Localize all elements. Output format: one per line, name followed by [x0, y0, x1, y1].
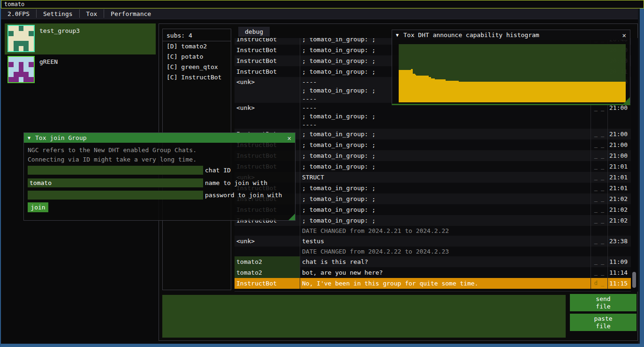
chat-message-row[interactable]: tomato2chat is this real?_ _11:09: [235, 256, 631, 267]
chat-message-row[interactable]: tomato2bot, are you new here?_ _11:14: [235, 267, 631, 278]
identicon-avatar: [8, 25, 35, 52]
message-flags: _ _: [591, 139, 608, 150]
histogram-bar: [446, 81, 459, 102]
fps-counter: 2.0FPS: [1, 8, 36, 19]
join-name-label: name to join with: [205, 178, 267, 187]
group-name: test_group3: [39, 27, 80, 34]
message-author: InstructBot: [235, 55, 300, 66]
avatar-pixel: [14, 57, 19, 62]
message-text: ---- ; tomato_in_group: ; ----: [300, 103, 591, 129]
menu-item-settings[interactable]: Settings: [37, 8, 79, 19]
message-author: InstructBot: [235, 66, 300, 77]
message-flags: _ _: [591, 267, 608, 278]
join-name-field[interactable]: [28, 178, 203, 187]
avatar-pixel: [19, 67, 24, 72]
member-list-item[interactable]: [C] potato: [163, 52, 231, 62]
chat-message-row[interactable]: <unk>---- ; tomato_in_group: ; ----_ _21…: [235, 103, 631, 129]
avatar-pixel: [8, 46, 14, 51]
dht-histogram-title: Tox DHT announce capability histogram: [403, 31, 539, 39]
message-flags: _ _: [591, 103, 608, 129]
message-author: <unk>: [235, 103, 300, 129]
avatar-pixel: [29, 57, 34, 62]
date-separator-text: DATE CHANGED from 2024.2.21 to 2024.2.22: [300, 226, 591, 236]
avatar-pixel: [14, 62, 19, 67]
avatar-pixel: [19, 26, 24, 31]
avatar-pixel: [14, 36, 19, 41]
paste-file-button[interactable]: paste file: [570, 314, 636, 331]
message-time: 21:02: [608, 204, 631, 215]
avatar-pixel: [29, 72, 34, 77]
avatar-pixel: [29, 31, 34, 36]
message-time: 21:00: [608, 150, 631, 161]
subs-count-label: subs: 4: [163, 29, 231, 41]
send-file-button[interactable]: send file: [570, 294, 636, 311]
close-icon[interactable]: ✕: [288, 134, 291, 142]
histogram-bar: [435, 79, 446, 102]
member-list-item[interactable]: [D] tomato2: [163, 41, 231, 52]
chat-message-row[interactable]: <unk>testus_ _23:38: [235, 236, 631, 247]
window-titlebar[interactable]: tomato: [1, 0, 644, 8]
join-password-field[interactable]: [28, 191, 203, 200]
message-time: 21:01: [608, 161, 631, 172]
avatar-pixel: [19, 41, 24, 46]
avatar-pixel: [8, 41, 14, 46]
join-button[interactable]: join: [28, 202, 48, 212]
histogram-bar: [431, 78, 435, 102]
taskbar-strip: [1, 344, 644, 347]
group-list-item[interactable]: gREEN: [5, 54, 156, 85]
message-flags: _ _: [591, 215, 608, 226]
menu-item-tox[interactable]: Tox: [80, 8, 104, 19]
join-group-titlebar[interactable]: ▼ Tox join Group ✕: [24, 133, 295, 143]
menu-item-performance[interactable]: Performance: [104, 8, 158, 19]
avatar-pixel: [14, 72, 19, 77]
avatar-pixel: [23, 26, 29, 31]
chat-id-label: chat ID: [205, 166, 231, 175]
message-time: 21:00: [608, 103, 631, 129]
collapse-arrow-icon[interactable]: ▼: [396, 32, 399, 38]
message-text: ; tomato_in_group: ;: [300, 150, 591, 161]
member-list-item[interactable]: [C] InstructBot: [163, 72, 231, 83]
message-time: 21:02: [608, 215, 631, 226]
group-list: test_group3gREEN: [5, 23, 156, 85]
resize-grip[interactable]: [623, 97, 630, 104]
window-title: tomato: [4, 1, 24, 8]
avatar-pixel: [29, 62, 34, 67]
avatar-pixel: [14, 77, 19, 82]
message-input[interactable]: [162, 295, 566, 338]
avatar-pixel: [23, 62, 29, 67]
message-text: ; tomato_in_group: ;: [300, 204, 591, 215]
message-text: chat is this real?: [300, 256, 591, 267]
message-time: 21:01: [608, 183, 631, 193]
message-text: ; tomato_in_group: ;: [300, 183, 591, 193]
collapse-arrow-icon[interactable]: ▼: [28, 135, 30, 140]
message-time: 21:02: [608, 193, 631, 204]
avatar-pixel: [8, 62, 14, 67]
avatar-pixel: [14, 26, 19, 31]
avatar-pixel: [8, 72, 14, 77]
histogram-bar: [399, 70, 411, 102]
group-list-item[interactable]: test_group3: [5, 23, 156, 54]
chat-scrollbar-thumb[interactable]: [632, 272, 636, 288]
message-flags: _ _: [591, 236, 608, 247]
tab-debug[interactable]: debug: [238, 27, 270, 37]
avatar-pixel: [19, 46, 24, 51]
avatar-pixel: [23, 31, 29, 36]
avatar-pixel: [8, 31, 14, 36]
message-author: InstructBot: [235, 45, 300, 55]
dht-histogram-titlebar[interactable]: ▼ Tox DHT announce capability histogram …: [392, 30, 630, 40]
chat-id-field[interactable]: [28, 166, 203, 175]
message-text: ; tomato_in_group: ;: [300, 139, 591, 150]
message-flags: _ _: [591, 172, 608, 183]
close-icon[interactable]: ✕: [622, 31, 626, 39]
message-author: [235, 247, 300, 256]
resize-grip[interactable]: [288, 214, 295, 220]
join-group-title: Tox join Group: [35, 134, 87, 141]
chat-scrollbar-track[interactable]: [631, 38, 638, 292]
window-edge: [640, 8, 644, 347]
message-flags: [591, 226, 608, 236]
message-author: <unk>: [235, 236, 300, 247]
member-list-item[interactable]: [C] green_qtox: [163, 62, 231, 72]
chat-message-row[interactable]: InstructBotNo, I've been in this group f…: [235, 278, 631, 289]
message-text: testus: [300, 236, 591, 247]
avatar-pixel: [14, 67, 19, 72]
